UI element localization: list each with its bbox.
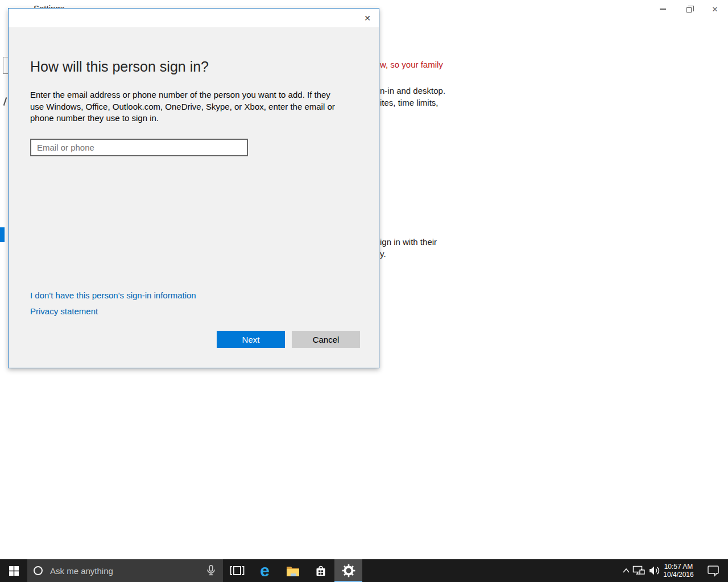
windows-logo-icon: [9, 566, 19, 576]
dialog-heading: How will this person sign in?: [30, 59, 209, 75]
chevron-up-icon: [622, 567, 630, 574]
window-controls: ✕: [650, 0, 728, 18]
background-text-fragment: ites, time limits,: [380, 98, 439, 107]
sidebar-selection-indicator: [0, 227, 5, 242]
store-icon: [314, 564, 328, 577]
file-explorer-button[interactable]: [279, 559, 307, 582]
cancel-button[interactable]: Cancel: [292, 331, 360, 348]
background-text-fragment: w, so your family: [380, 60, 443, 69]
restore-icon: [686, 7, 692, 13]
close-icon: ✕: [712, 5, 718, 14]
clock-time: 10:57 AM: [664, 563, 693, 571]
next-button[interactable]: Next: [217, 331, 285, 348]
task-view-icon: [230, 564, 245, 577]
network-ethernet-icon: [632, 566, 645, 576]
file-explorer-icon: [286, 564, 300, 577]
speaker-icon: [648, 565, 661, 576]
clock-tray-button[interactable]: 10:57 AM 10/4/2016: [660, 559, 697, 582]
minimize-icon: [660, 9, 666, 10]
taskbar: Ask me anything e: [0, 559, 728, 582]
action-center-button[interactable]: [705, 559, 721, 582]
cortana-icon: [34, 566, 43, 575]
action-center-icon: [707, 564, 719, 577]
dialog-titlebar: [9, 9, 379, 27]
network-tray-button[interactable]: [631, 559, 646, 582]
close-icon: ✕: [364, 14, 371, 23]
restore-button[interactable]: [676, 0, 702, 18]
microphone-icon[interactable]: [205, 564, 217, 577]
privacy-statement-link[interactable]: Privacy statement: [30, 306, 98, 316]
close-window-button[interactable]: ✕: [702, 0, 728, 18]
start-button[interactable]: [0, 559, 27, 582]
background-text-fragment-mark: [3, 97, 7, 106]
show-hidden-icons-button[interactable]: [621, 559, 631, 582]
settings-gear-icon: [341, 563, 356, 578]
no-signin-info-link[interactable]: I don't have this person's sign-in infor…: [30, 290, 196, 300]
minimize-button[interactable]: [650, 0, 676, 18]
search-placeholder: Ask me anything: [50, 566, 205, 576]
desktop-screen: ← Settings ✕ w, so your family n-in and …: [0, 0, 728, 582]
dialog-close-button[interactable]: ✕: [360, 11, 375, 25]
task-view-button[interactable]: [223, 559, 251, 582]
background-text-fragment: y.: [380, 249, 386, 259]
email-or-phone-input[interactable]: [30, 139, 248, 156]
cortana-search-box[interactable]: Ask me anything: [27, 559, 223, 582]
background-text-fragment: ign in with their: [380, 237, 437, 247]
store-button[interactable]: [307, 559, 334, 582]
clock-date: 10/4/2016: [663, 571, 693, 579]
edge-browser-button[interactable]: e: [251, 559, 279, 582]
settings-app-button[interactable]: [334, 559, 362, 582]
edge-icon: e: [260, 562, 270, 579]
add-person-dialog: ✕ How will this person sign in? Enter th…: [8, 8, 379, 368]
background-text-fragment: n-in and desktop.: [380, 86, 445, 95]
dialog-body-text: Enter the email address or phone number …: [30, 89, 344, 124]
